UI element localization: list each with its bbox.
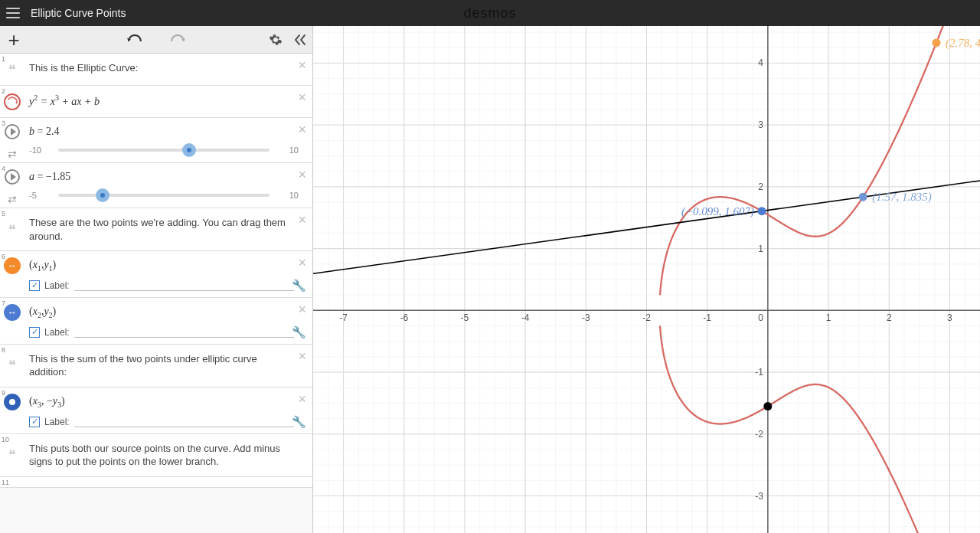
options-button[interactable]: 🔧: [292, 325, 306, 339]
svg-text:(−0.099, 1.607): (−0.099, 1.607): [681, 205, 754, 218]
slider-max[interactable]: 10: [276, 146, 299, 155]
label-checkbox[interactable]: ✓: [29, 280, 40, 291]
delete-row-button[interactable]: ×: [298, 213, 306, 227]
delete-row-button[interactable]: ×: [298, 90, 306, 104]
slider-thumb[interactable]: [96, 188, 109, 202]
note-text[interactable]: These are the two points we're adding. Y…: [24, 208, 312, 250]
note-text[interactable]: This puts both our source points on the …: [24, 434, 312, 476]
row-index: 11: [2, 479, 9, 486]
desmos-logo: desmos: [463, 5, 516, 21]
note-icon: ❝: [8, 61, 16, 78]
label-checkbox[interactable]: ✓: [29, 327, 40, 338]
svg-text:1: 1: [758, 244, 763, 254]
play-slider-button[interactable]: [5, 169, 20, 185]
slider-thumb[interactable]: [182, 143, 196, 157]
svg-point-124: [763, 402, 772, 410]
delete-row-button[interactable]: ×: [298, 392, 306, 406]
expression-math[interactable]: (x3, −y3): [24, 387, 312, 417]
expression-toolbar: +: [0, 26, 312, 54]
svg-text:-2: -2: [642, 312, 651, 323]
point-swatch-icon[interactable]: [4, 394, 21, 410]
note-text[interactable]: This is the sum of the two points under …: [24, 345, 312, 387]
point-swatch-icon[interactable]: ↔: [4, 257, 21, 274]
loop-mode-button[interactable]: ⇄: [8, 148, 17, 160]
svg-point-118: [758, 207, 766, 215]
note-text[interactable]: This is the Elliptic Curve:: [24, 54, 312, 85]
svg-text:(2.78, 4.329): (2.78, 4.329): [946, 37, 980, 50]
settings-button[interactable]: [263, 28, 288, 52]
slider-track[interactable]: [58, 149, 270, 152]
delete-row-button[interactable]: ×: [298, 168, 306, 181]
svg-text:-5: -5: [461, 312, 469, 323]
expression-math[interactable]: (x1,y1): [24, 251, 312, 280]
label-input[interactable]: [74, 417, 294, 427]
expression-row[interactable]: 6 ↔ (x1,y1) × ✓ Label: 🔧: [0, 251, 312, 298]
label-input[interactable]: [74, 280, 294, 291]
graph-title: Elliptic Curve Points: [31, 7, 126, 19]
expression-row[interactable]: 11: [0, 477, 312, 488]
slider-min[interactable]: -10: [29, 146, 52, 155]
options-button[interactable]: 🔧: [292, 415, 306, 429]
row-index: 7: [2, 299, 5, 307]
delete-row-button[interactable]: ×: [298, 302, 306, 316]
row-index: 2: [2, 87, 5, 95]
expression-math[interactable]: a = −1.85: [24, 163, 312, 191]
svg-point-122: [932, 38, 940, 47]
label-input[interactable]: [74, 327, 294, 338]
expression-row[interactable]: 8 ❝ This is the sum of the two points un…: [0, 345, 312, 387]
expression-list[interactable]: 1 ❝ This is the Elliptic Curve: × 2 y2 =…: [0, 54, 312, 533]
point-swatch-icon[interactable]: ↔: [4, 304, 21, 321]
row-index: 3: [2, 119, 5, 127]
expression-row[interactable]: 10 ❝ This puts both our source points on…: [0, 434, 312, 477]
delete-row-button[interactable]: ×: [298, 58, 306, 72]
slider-max[interactable]: 10: [276, 191, 299, 200]
svg-text:(1.57, 1.835): (1.57, 1.835): [872, 191, 932, 204]
delete-row-button[interactable]: ×: [298, 123, 306, 136]
svg-text:3: 3: [947, 312, 952, 323]
label-checkbox[interactable]: ✓: [29, 417, 40, 427]
undo-button[interactable]: [122, 28, 147, 52]
svg-text:2: 2: [758, 181, 763, 192]
note-icon: ❝: [8, 357, 16, 374]
svg-text:1: 1: [826, 312, 831, 323]
delete-row-button[interactable]: ×: [298, 349, 306, 363]
expression-row[interactable]: 1 ❝ This is the Elliptic Curve: ×: [0, 54, 312, 86]
add-expression-button[interactable]: +: [2, 28, 26, 52]
graph-canvas[interactable]: -7-6-5-4-3-2-1123-3-2-112340(−0.099, 1.6…: [313, 26, 980, 533]
expression-row[interactable]: 9 (x3, −y3) × ✓ Label: 🔧: [0, 387, 312, 434]
row-index: 4: [2, 165, 5, 172]
slider-min[interactable]: -5: [29, 191, 52, 200]
note-icon: ❝: [8, 221, 16, 238]
expression-row[interactable]: 7 ↔ (x2,y2) × ✓ Label: 🔧: [0, 298, 312, 345]
svg-text:-6: -6: [400, 312, 408, 323]
label-text: Label:: [44, 417, 70, 427]
expression-row[interactable]: 4 a = −1.85 × ⇄ -5 10: [0, 163, 312, 208]
row-index: 9: [2, 389, 5, 397]
row-index: 5: [2, 210, 5, 217]
svg-text:-7: -7: [339, 312, 348, 323]
svg-text:3: 3: [758, 119, 763, 130]
expression-math[interactable]: (x2,y2): [24, 298, 312, 327]
play-slider-button[interactable]: [5, 124, 20, 139]
label-text: Label:: [44, 327, 70, 338]
expression-math[interactable]: y2 = x3 + ax + b: [24, 86, 312, 117]
expression-panel: + 1 ❝ This is the Elliptic: [0, 26, 313, 533]
expression-row[interactable]: 2 y2 = x3 + ax + b ×: [0, 86, 312, 118]
loop-mode-button[interactable]: ⇄: [8, 193, 17, 205]
slider-track[interactable]: [58, 194, 270, 197]
expression-row[interactable]: 3 b = 2.4 × ⇄ -10 10: [0, 118, 312, 163]
svg-text:-3: -3: [582, 312, 590, 323]
expression-row[interactable]: 5 ❝ These are the two points we're addin…: [0, 208, 312, 251]
svg-text:2: 2: [887, 312, 892, 323]
redo-button[interactable]: [165, 28, 190, 52]
curve-swatch-icon[interactable]: [4, 93, 21, 110]
note-icon: ❝: [8, 446, 16, 463]
row-index: 1: [2, 55, 5, 63]
svg-text:-1: -1: [755, 367, 763, 378]
options-button[interactable]: 🔧: [292, 279, 306, 293]
menu-button[interactable]: [0, 0, 26, 26]
collapse-panel-button[interactable]: [288, 28, 312, 52]
delete-row-button[interactable]: ×: [298, 256, 306, 270]
expression-math[interactable]: b = 2.4: [24, 118, 312, 146]
svg-text:-3: -3: [755, 491, 763, 502]
